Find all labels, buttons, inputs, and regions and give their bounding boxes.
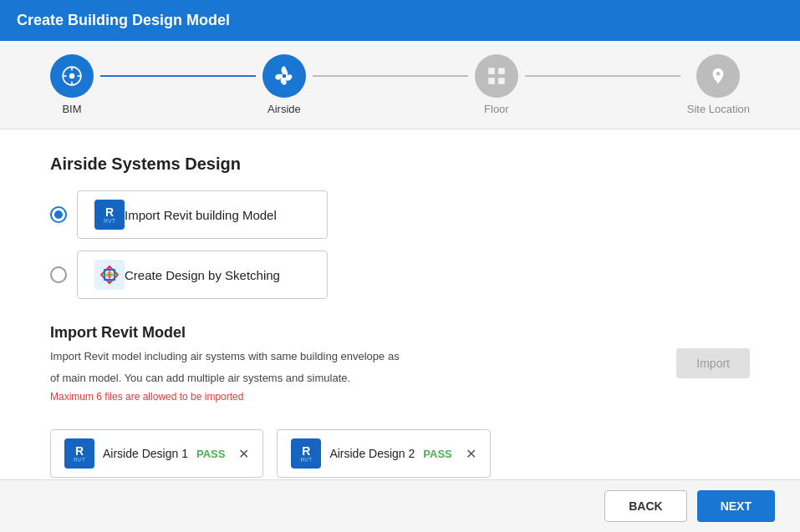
main-content: Airside Systems Design R RVT Import Revi…: [0, 129, 800, 532]
design-close-2[interactable]: ✕: [466, 446, 476, 462]
next-button[interactable]: NEXT: [697, 490, 775, 522]
header-title: Create Building Design Model: [17, 12, 230, 28]
option-create-sketch[interactable]: Create Design by Sketching: [50, 251, 750, 299]
stepper: BIM Airside Floor Site Location: [0, 41, 800, 129]
revit-icon-2: R RVT: [291, 438, 321, 469]
step-floor: Floor: [475, 54, 518, 115]
step-site-location: Site Location: [687, 54, 750, 115]
design-status-1: PASS: [196, 448, 225, 460]
design-status-2: PASS: [423, 448, 451, 460]
step-label-site: Site Location: [687, 103, 750, 115]
step-label-bim: BIM: [62, 103, 81, 115]
svg-point-5: [69, 73, 75, 79]
design-items-list: R RVT Airside Design 1 PASS ✕ R RVT Airs…: [50, 429, 750, 478]
back-button[interactable]: BACK: [604, 490, 686, 522]
import-button[interactable]: Import: [676, 348, 750, 378]
warning-text: Maximum 6 files are allowed to be import…: [50, 391, 660, 403]
option-box-create-sketch: Create Design by Sketching: [77, 251, 328, 299]
import-row: Import Revit model including air systems…: [50, 348, 750, 416]
revit-icon-1: R RVT: [64, 438, 94, 469]
option-box-import-revit: R RVT Import Revit building Model: [77, 190, 328, 239]
step-circle-airside: [262, 54, 306, 98]
option-label-import-revit: Import Revit building Model: [125, 208, 277, 222]
connector-bim-airside: [100, 75, 256, 77]
design-item-1: R RVT Airside Design 1 PASS ✕: [50, 429, 263, 478]
revit-icon: R RVT: [94, 200, 125, 230]
sub-section-title: Import Revit Model: [50, 324, 750, 342]
import-revit-section: Import Revit Model Import Revit model in…: [50, 324, 750, 478]
radio-import-revit[interactable]: [50, 206, 67, 223]
design-name-2: Airside Design 2: [329, 447, 415, 460]
connector-floor-site: [525, 75, 680, 77]
step-airside: Airside: [262, 54, 306, 115]
svg-point-6: [283, 74, 287, 79]
page-header: Create Building Design Model: [0, 0, 800, 41]
step-bim: BIM: [50, 54, 94, 115]
option-import-revit[interactable]: R RVT Import Revit building Model: [50, 190, 750, 239]
option-label-create-sketch: Create Design by Sketching: [125, 268, 280, 282]
step-circle-site: [696, 54, 740, 98]
step-label-floor: Floor: [484, 103, 509, 115]
design-close-1[interactable]: ✕: [238, 446, 249, 462]
footer: BACK NEXT: [0, 479, 800, 532]
step-label-airside: Airside: [268, 103, 301, 115]
radio-create-sketch[interactable]: [50, 266, 67, 283]
import-description: Import Revit model including air systems…: [50, 348, 660, 416]
svg-rect-10: [498, 78, 505, 84]
connector-airside-floor: [313, 75, 468, 77]
sketch-icon: [94, 260, 125, 290]
svg-rect-9: [488, 78, 495, 84]
design-item-2: R RVT Airside Design 2 PASS ✕: [277, 429, 490, 478]
step-circle-floor: [475, 54, 518, 98]
svg-rect-7: [488, 68, 495, 74]
step-circle-bim: [50, 54, 94, 98]
design-name-1: Airside Design 1: [103, 447, 188, 460]
svg-rect-8: [498, 68, 505, 74]
description-line2: of main model. You can add multiple air …: [50, 370, 660, 387]
description-line1: Import Revit model including air systems…: [50, 348, 660, 365]
section-title: Airside Systems Design: [50, 155, 750, 174]
